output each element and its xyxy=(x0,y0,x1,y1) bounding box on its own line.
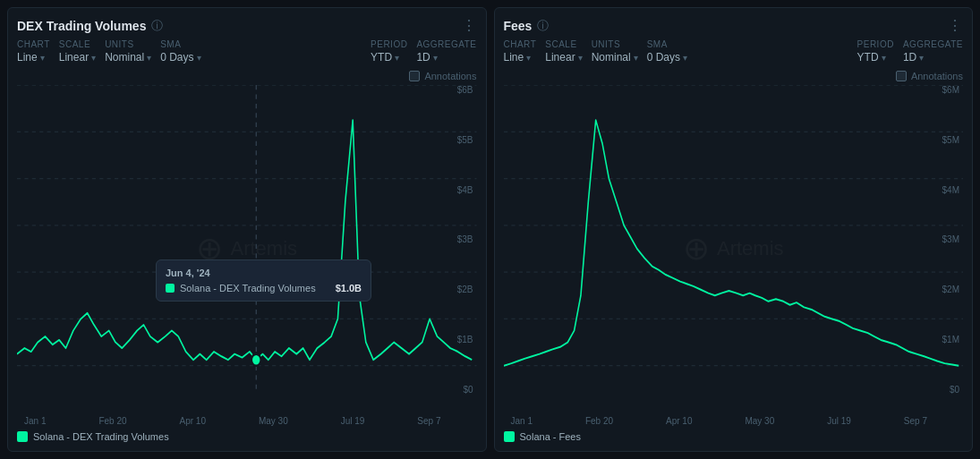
fees-more-menu-icon[interactable]: ⋮ xyxy=(948,17,963,34)
controls-row: CHART Line ▾ SCALE Linear ▾ UNITS Nomina… xyxy=(17,39,477,64)
chart-chevron-icon: ▾ xyxy=(40,53,45,63)
units-select[interactable]: Nominal ▾ xyxy=(105,51,151,64)
fees-annotations-row: Annotations xyxy=(504,71,964,81)
period-control: PERIOD YTD ▾ xyxy=(371,39,407,64)
fees-period-control: PERIOD YTD ▾ xyxy=(857,39,894,64)
fees-chart-select[interactable]: Line ▾ xyxy=(504,51,537,64)
scale-control: SCALE Linear ▾ xyxy=(59,39,96,64)
annotations-toggle[interactable]: Annotations xyxy=(409,71,476,81)
sma-label: SMA xyxy=(160,39,200,49)
fees-panel: Fees ⓘ ⋮ CHART Line ▾ SCALE Linear ▾ UNI… xyxy=(494,7,974,452)
fees-sma-control: SMA 0 Days ▾ xyxy=(647,39,687,64)
panel-title-row: DEX Trading Volumes ⓘ xyxy=(17,18,163,34)
units-chevron-icon: ▾ xyxy=(147,53,151,63)
period-chevron-icon: ▾ xyxy=(395,53,399,63)
scale-label: SCALE xyxy=(59,39,96,49)
svg-point-8 xyxy=(251,354,260,366)
panel-title: DEX Trading Volumes xyxy=(17,19,146,33)
scale-chevron-icon: ▾ xyxy=(91,53,96,63)
annotations-checkbox[interactable] xyxy=(409,71,420,81)
fees-scale-select[interactable]: Linear ▾ xyxy=(545,51,582,64)
fees-panel-title: Fees xyxy=(504,19,533,33)
dex-volumes-panel: DEX Trading Volumes ⓘ ⋮ CHART Line ▾ SCA… xyxy=(7,7,487,452)
fees-scale-label: SCALE xyxy=(545,39,582,49)
period-label: PERIOD xyxy=(371,39,407,49)
fees-period-label: PERIOD xyxy=(857,39,894,49)
units-control: UNITS Nominal ▾ xyxy=(105,39,151,64)
chart-area-dex[interactable]: ⊕ Artemis $6B $5B $4B $3B $2B xyxy=(17,85,477,412)
fees-scale-control: SCALE Linear ▾ xyxy=(545,39,582,64)
fees-info-icon[interactable]: ⓘ xyxy=(537,18,549,34)
legend-fees: Solana - Fees xyxy=(504,431,964,442)
fees-period-select[interactable]: YTD ▾ xyxy=(857,51,894,64)
more-menu-icon[interactable]: ⋮ xyxy=(462,17,477,34)
x-axis-fees: Jan 1 Feb 20 Apr 10 May 30 Jul 19 Sep 7 xyxy=(504,414,964,426)
fees-scale-chevron-icon: ▾ xyxy=(578,53,583,63)
fees-aggregate-select[interactable]: 1D ▾ xyxy=(903,51,963,64)
info-icon[interactable]: ⓘ xyxy=(151,18,163,34)
fees-period-chevron-icon: ▾ xyxy=(882,53,886,63)
period-select[interactable]: YTD ▾ xyxy=(371,51,407,64)
units-label: UNITS xyxy=(105,39,151,49)
legend-label-fees: Solana - Fees xyxy=(520,431,581,442)
sma-control: SMA 0 Days ▾ xyxy=(160,39,200,64)
aggregate-chevron-icon: ▾ xyxy=(433,53,438,63)
fees-title-row: Fees ⓘ xyxy=(504,18,550,34)
annotations-row: Annotations xyxy=(17,71,477,81)
fees-aggregate-label: AGGREGATE xyxy=(903,39,963,49)
fees-sma-label: SMA xyxy=(647,39,687,49)
fees-aggregate-control: AGGREGATE 1D ▾ xyxy=(903,39,963,64)
legend-dex: Solana - DEX Trading Volumes xyxy=(17,431,477,442)
fees-aggregate-chevron-icon: ▾ xyxy=(919,53,924,63)
legend-dot-dex xyxy=(17,431,28,442)
fees-annotations-toggle[interactable]: Annotations xyxy=(896,71,963,81)
fees-annotations-checkbox[interactable] xyxy=(896,71,907,81)
fees-units-select[interactable]: Nominal ▾ xyxy=(592,51,638,64)
sma-select[interactable]: 0 Days ▾ xyxy=(160,51,200,64)
aggregate-label: AGGREGATE xyxy=(416,39,476,49)
scale-select[interactable]: Linear ▾ xyxy=(59,51,96,64)
chart-svg-dex xyxy=(17,85,477,412)
chart-area-fees[interactable]: ⊕ Artemis $6M $5M $4M $3M $2M $1M $0 xyxy=(504,85,964,412)
sma-chevron-icon: ▾ xyxy=(197,53,201,63)
chart-select[interactable]: Line ▾ xyxy=(17,51,50,64)
aggregate-control: AGGREGATE 1D ▾ xyxy=(416,39,476,64)
fees-units-chevron-icon: ▾ xyxy=(634,53,638,63)
fees-controls-row: CHART Line ▾ SCALE Linear ▾ UNITS Nomina… xyxy=(504,39,964,64)
chart-label: CHART xyxy=(17,39,50,49)
x-axis-dex: Jan 1 Feb 20 Apr 10 May 30 Jul 19 Sep 7 xyxy=(17,414,477,426)
aggregate-select[interactable]: 1D ▾ xyxy=(416,51,476,64)
fees-sma-chevron-icon: ▾ xyxy=(683,53,687,63)
fees-units-control: UNITS Nominal ▾ xyxy=(592,39,638,64)
fees-panel-header: Fees ⓘ ⋮ xyxy=(504,17,964,34)
chart-control: CHART Line ▾ xyxy=(17,39,50,64)
legend-label-dex: Solana - DEX Trading Volumes xyxy=(33,431,169,442)
panel-header: DEX Trading Volumes ⓘ ⋮ xyxy=(17,17,477,34)
legend-dot-fees xyxy=(504,431,515,442)
fees-sma-select[interactable]: 0 Days ▾ xyxy=(647,51,687,64)
fees-units-label: UNITS xyxy=(592,39,638,49)
chart-svg-fees xyxy=(504,85,964,412)
fees-chart-control: CHART Line ▾ xyxy=(504,39,537,64)
fees-chart-chevron-icon: ▾ xyxy=(526,53,531,63)
fees-chart-label: CHART xyxy=(504,39,537,49)
